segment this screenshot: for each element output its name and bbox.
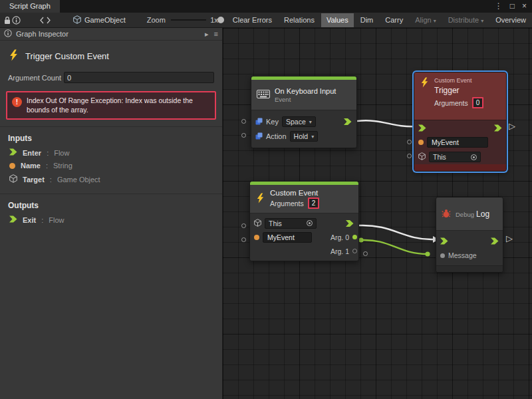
node-title: Custom Event	[270, 189, 319, 197]
window-menu-icon[interactable]: ⋮	[495, 0, 503, 13]
align-button[interactable]: Align▾	[410, 13, 441, 27]
graph-canvas[interactable]: On Keyboard Input Event Key Space ▾ Acti…	[223, 28, 532, 399]
key-dropdown[interactable]: Space ▾	[282, 116, 316, 127]
message-label: Message	[448, 251, 477, 259]
key-port-row: Key Space ▾	[255, 114, 352, 129]
distribute-button[interactable]: Distribute▾	[443, 13, 489, 27]
target-row: This	[418, 150, 502, 164]
message-input-port[interactable]	[440, 253, 445, 258]
key-value: Space	[286, 118, 306, 126]
error-message-text: Index Out Of Range Exception: Index was …	[27, 96, 210, 114]
argument-count-input[interactable]	[64, 72, 214, 83]
node-category: Debug	[456, 211, 474, 218]
event-name-row: MyEvent Arg. 0	[254, 230, 354, 244]
lightning-bolt-icon	[8, 49, 19, 63]
node-header: Debug Log	[436, 198, 503, 231]
dim-button[interactable]: Dim	[355, 13, 379, 27]
node-body: Key Space ▾ Action Hold ▾	[251, 110, 356, 148]
overview-button[interactable]: Overview	[490, 13, 531, 27]
node-category: Custom Event	[434, 77, 483, 84]
keyboard-icon	[257, 90, 270, 100]
port-colon: :	[46, 162, 48, 170]
arg1-output-port[interactable]	[352, 249, 357, 253]
carry-button[interactable]: Carry	[380, 13, 408, 27]
input-port-target: Target : Game Object	[0, 172, 222, 187]
node-header: Custom Event Trigger Arguments 0	[414, 72, 506, 120]
custom-event-target-input-port[interactable]	[241, 223, 246, 228]
action-dropdown[interactable]: Hold ▾	[290, 131, 319, 142]
port-colon: :	[47, 149, 49, 157]
lock-icon[interactable]	[3, 13, 12, 27]
outputs-section-header: Outputs	[0, 194, 222, 213]
action-input-port[interactable]	[241, 133, 246, 138]
gameobject-selector[interactable]: GameObject	[73, 15, 126, 25]
port-name: Name	[21, 162, 41, 170]
trigger-target-input-port[interactable]	[407, 154, 412, 158]
node-trigger-custom-event[interactable]: Custom Event Trigger Arguments 0 MyEvent	[414, 72, 507, 172]
code-icon[interactable]	[40, 13, 51, 27]
node-custom-event[interactable]: Custom Event Arguments 2 This MyEvent Ar…	[249, 181, 359, 261]
info-toggle-icon[interactable]	[12, 13, 21, 27]
port-name: Target	[23, 176, 45, 184]
key-label: Key	[266, 118, 279, 126]
panel-dock-icon[interactable]: ▸	[205, 30, 209, 39]
arg1-label: Arg. 1	[331, 247, 349, 255]
flow-output-port[interactable]	[344, 118, 352, 126]
node-error-bar	[414, 164, 506, 171]
target-picker-icon	[471, 154, 477, 160]
node-footer	[436, 265, 503, 272]
graph-toolbar: GameObject Zoom 1x Clear Errors Relation…	[0, 13, 532, 28]
arg1-outer-port[interactable]	[363, 251, 368, 256]
arguments-count-field[interactable]: 0	[472, 97, 484, 108]
string-port-icon	[418, 140, 424, 145]
tab-script-graph[interactable]: Script Graph	[0, 0, 60, 13]
arg0-output-port[interactable]	[352, 235, 357, 239]
clear-errors-button[interactable]: Clear Errors	[227, 13, 277, 27]
chevron-down-icon: ▾	[481, 18, 483, 24]
chevron-down-icon: ▾	[434, 18, 436, 24]
target-row: This	[254, 216, 354, 230]
event-name-field[interactable]: MyEvent	[427, 137, 488, 148]
graph-inspector-panel: Graph Inspector ▸ ≡ Trigger Custom Event…	[0, 28, 223, 399]
node-body: MyEvent This	[414, 120, 506, 164]
target-dropdown[interactable]: This	[265, 218, 317, 229]
flow-input-port[interactable]	[440, 237, 448, 245]
distribute-label: Distribute	[448, 16, 479, 24]
zoom-slider[interactable]	[171, 16, 206, 24]
flow-arrow-icon	[9, 215, 17, 224]
info-icon	[4, 29, 12, 39]
error-message-box: ! Index Out Of Range Exception: Index wa…	[6, 91, 216, 120]
target-dropdown[interactable]: This	[429, 152, 481, 162]
custom-event-name-input-port[interactable]	[241, 237, 246, 242]
maximize-icon[interactable]: □	[510, 0, 515, 13]
port-type: String	[53, 162, 72, 170]
gameobject-label: GameObject	[84, 16, 126, 24]
relations-button[interactable]: Relations	[279, 13, 320, 27]
flow-arrow-icon	[9, 148, 17, 157]
cube-icon	[254, 219, 261, 228]
flow-row	[418, 120, 502, 135]
event-name-field[interactable]: MyEvent	[263, 232, 312, 243]
cube-icon	[9, 174, 17, 184]
tab-label: Script Graph	[9, 2, 51, 10]
zoom-slider-knob[interactable]	[217, 17, 224, 23]
arguments-label: Arguments	[270, 200, 304, 207]
panel-menu-icon[interactable]: ≡	[214, 30, 218, 39]
flow-input-port[interactable]	[418, 124, 426, 132]
port-name: Enter	[23, 149, 41, 157]
flow-output-port[interactable]	[491, 237, 499, 245]
message-row: Message	[440, 248, 499, 263]
zoom-slider-track	[171, 19, 206, 21]
values-button[interactable]: Values	[321, 13, 354, 27]
node-debug-log[interactable]: Debug Log Message	[436, 197, 503, 273]
action-value: Hold	[294, 132, 309, 140]
close-icon[interactable]: ×	[522, 0, 527, 13]
flow-output-port[interactable]	[346, 219, 354, 227]
arg0-label: Arg. 0	[331, 233, 349, 241]
flow-output-port[interactable]	[494, 124, 502, 132]
key-input-port[interactable]	[241, 119, 246, 124]
trigger-name-input-port[interactable]	[407, 140, 412, 144]
arguments-count-field[interactable]: 2	[308, 198, 320, 209]
chevron-down-icon: ▾	[311, 134, 314, 140]
node-on-keyboard-input[interactable]: On Keyboard Input Event Key Space ▾ Acti…	[251, 76, 357, 148]
